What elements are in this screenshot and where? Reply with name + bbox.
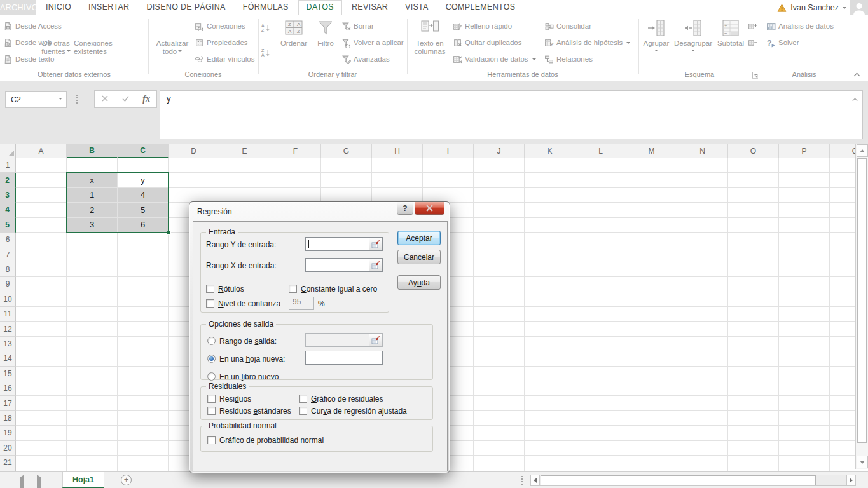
cell-L13[interactable] [575, 337, 626, 351]
cell-J17[interactable] [474, 396, 525, 410]
cell-N12[interactable] [677, 322, 728, 336]
cell-L6[interactable] [575, 233, 626, 247]
select-all-corner[interactable] [0, 144, 16, 158]
row-header-9[interactable]: 9 [0, 277, 16, 292]
grafico-residuales-checkbox[interactable] [299, 395, 307, 403]
vertical-scrollbar[interactable] [855, 144, 868, 469]
formula-bar-handle[interactable] [76, 95, 78, 96]
residuos-checkbox[interactable] [207, 395, 216, 403]
cell-B12[interactable] [67, 322, 118, 336]
column-header-P[interactable]: P [779, 144, 830, 158]
nivel-confianza-checkbox[interactable] [206, 299, 214, 308]
rango-salida-label[interactable]: Rango de salida: [219, 337, 277, 346]
cell-P13[interactable] [779, 337, 830, 351]
cell-M4[interactable] [626, 203, 677, 217]
cell-N4[interactable] [677, 203, 728, 217]
cell-P20[interactable] [779, 441, 830, 456]
cell-A5[interactable] [16, 218, 67, 233]
cell-B14[interactable] [67, 351, 118, 366]
cell-B20[interactable] [67, 441, 118, 456]
cell-O7[interactable] [728, 247, 779, 262]
cell-K2[interactable] [525, 173, 575, 187]
aceptar-button[interactable]: Aceptar [397, 231, 441, 245]
ordenar-za-button[interactable]: ZA [261, 46, 270, 58]
cell-Q3[interactable] [830, 188, 855, 203]
cell-A14[interactable] [16, 351, 67, 366]
cell-N13[interactable] [677, 337, 728, 351]
analisis-de-hipotesis-button[interactable]: ?Análisis de hipótesis [544, 36, 630, 49]
cell-G3[interactable] [321, 188, 372, 203]
grafico-probabilidad-label[interactable]: Gráfico de probabilidad normal [219, 436, 324, 445]
residuos-label[interactable]: Residuos [219, 395, 251, 403]
libro-nuevo-radio[interactable] [207, 372, 216, 381]
row-header-14[interactable]: 14 [0, 351, 16, 366]
cell-K18[interactable] [525, 411, 575, 426]
cell-H1[interactable] [372, 158, 423, 173]
cell-L2[interactable] [575, 173, 626, 187]
cell-J16[interactable] [474, 381, 525, 396]
cell-C15[interactable] [118, 367, 169, 381]
cell-L19[interactable] [575, 426, 626, 440]
row-header-21[interactable]: 21 [0, 456, 16, 470]
cell-P18[interactable] [779, 411, 830, 426]
cell-P6[interactable] [779, 233, 830, 247]
cell-M15[interactable] [626, 367, 677, 381]
row-header-8[interactable]: 8 [0, 262, 16, 277]
cell-O8[interactable] [728, 262, 779, 277]
cell-L15[interactable] [575, 367, 626, 381]
cell-B5[interactable]: 3 [67, 218, 118, 233]
rango-salida-range-picker-button[interactable] [369, 334, 382, 346]
cell-L12[interactable] [575, 322, 626, 336]
cell-L4[interactable] [575, 203, 626, 217]
cell-L1[interactable] [575, 158, 626, 173]
cell-M11[interactable] [626, 307, 677, 322]
cell-M14[interactable] [626, 351, 677, 366]
cell-A15[interactable] [16, 367, 67, 381]
cell-C18[interactable] [118, 411, 169, 426]
rango-salida-radio[interactable] [207, 337, 216, 345]
cell-Q11[interactable] [830, 307, 855, 322]
cell-K14[interactable] [525, 351, 575, 366]
cell-P19[interactable] [779, 426, 830, 440]
cell-J4[interactable] [474, 203, 525, 217]
cell-A12[interactable] [16, 322, 67, 336]
cell-J13[interactable] [474, 337, 525, 351]
cell-J9[interactable] [474, 277, 525, 292]
scroll-left-button[interactable] [531, 475, 540, 485]
cell-Q8[interactable] [830, 262, 855, 277]
cell-A3[interactable] [16, 188, 67, 203]
cell-N11[interactable] [677, 307, 728, 322]
cell-O9[interactable] [728, 277, 779, 292]
cancel-entry-icon[interactable] [101, 93, 109, 105]
cell-O3[interactable] [728, 188, 779, 203]
cell-O19[interactable] [728, 426, 779, 440]
cell-L14[interactable] [575, 351, 626, 366]
cell-P21[interactable] [779, 456, 830, 470]
cell-D2[interactable] [169, 173, 219, 187]
rango-x-range-picker-button[interactable] [369, 259, 382, 271]
cell-L18[interactable] [575, 411, 626, 426]
cell-P5[interactable] [779, 218, 830, 233]
tab-dise-o-de-p-gina[interactable]: DISEÑO DE PÁGINA [139, 0, 233, 15]
consolidar-button[interactable]: Consolidar [544, 20, 591, 32]
column-header-M[interactable]: M [626, 144, 677, 158]
cell-C12[interactable] [118, 322, 169, 336]
relleno-rapido-button[interactable]: Relleno rápido [453, 20, 512, 32]
cell-O6[interactable] [728, 233, 779, 247]
cell-J2[interactable] [474, 173, 525, 187]
cell-J3[interactable] [474, 188, 525, 203]
collapse-ribbon-button[interactable] [853, 69, 862, 76]
cell-Q9[interactable] [830, 277, 855, 292]
cell-D3[interactable] [169, 188, 219, 203]
cell-B16[interactable] [67, 381, 118, 396]
cell-A8[interactable] [16, 262, 67, 277]
row-header-4[interactable]: 4 [0, 203, 16, 217]
column-header-F[interactable]: F [270, 144, 321, 158]
cell-N20[interactable] [677, 441, 728, 456]
cell-O18[interactable] [728, 411, 779, 426]
row-header-13[interactable]: 13 [0, 337, 16, 351]
row-header-2[interactable]: 2 [0, 173, 16, 187]
tab-revisar[interactable]: REVISAR [344, 0, 396, 15]
cell-M2[interactable] [626, 173, 677, 187]
new-sheet-button[interactable]: + [121, 475, 132, 485]
